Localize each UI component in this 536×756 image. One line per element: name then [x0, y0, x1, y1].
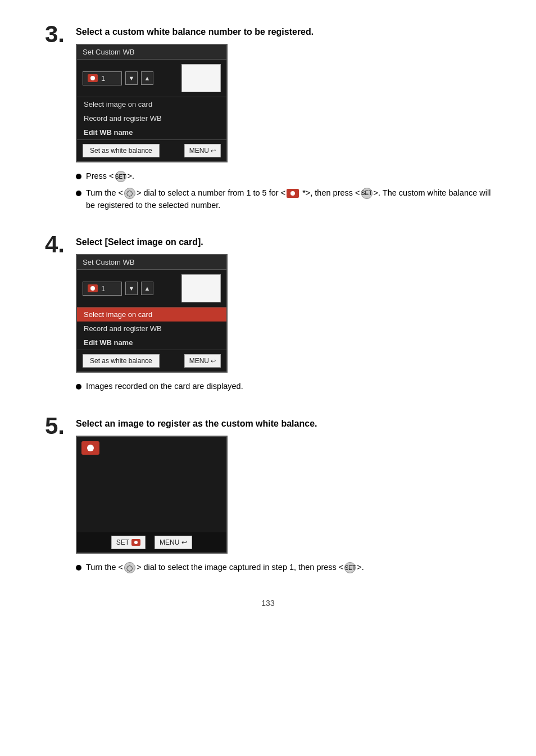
step-3-number: 3.	[45, 22, 76, 216]
step-3-bullet-0-text: Press <SET>.	[86, 170, 134, 183]
step-4-menu-button[interactable]: MENU ↩	[184, 354, 221, 368]
set-icon-2: SET	[361, 188, 373, 199]
bullet-dot	[76, 384, 81, 390]
step-4-menu-top: 1 ▼ ▲	[77, 270, 226, 307]
step-3-bullet-1-text: Turn the <◯> dial to select a number fro…	[86, 187, 491, 212]
step-3-menu-items: Select image on card Record and register…	[77, 97, 226, 139]
step-4-number: 4.	[45, 233, 76, 397]
step-5-bullets: Turn the <◯> dial to select the image ca…	[76, 562, 491, 574]
viewer-wb-icon	[131, 539, 140, 546]
step-4-bullets: Images recorded on the card are displaye…	[76, 381, 491, 393]
step-4-preview	[181, 274, 221, 302]
step-3-menu-item-1[interactable]: Record and register WB	[77, 111, 226, 125]
step-3-bullets: Press <SET>. Turn the <◯> dial to select…	[76, 170, 491, 211]
step-4: 4. Select [Select image on card]. Set Cu…	[45, 233, 491, 397]
step-3-menu-label: MENU	[189, 147, 209, 155]
bullet-dot	[76, 565, 81, 571]
viewer-menu-label: MENU	[160, 538, 179, 546]
step-5-bullet-0: Turn the <◯> dial to select the image ca…	[76, 562, 491, 574]
step-3-selector-label: 1	[101, 74, 105, 83]
step-3-arrow-up[interactable]: ▲	[141, 71, 153, 85]
bullet-dot	[76, 191, 81, 196]
wb-icon-4	[88, 284, 98, 292]
image-viewer-wb-icon	[81, 441, 99, 455]
step-3-menu-bottom: Set as white balance MENU ↩	[77, 139, 226, 161]
step-4-bullet-0-text: Images recorded on the card are displaye…	[86, 381, 243, 393]
viewer-menu-arrow: ↩	[181, 538, 187, 546]
wb-icon-3	[88, 74, 98, 82]
step-5: 5. Select an image to register as the cu…	[45, 414, 491, 578]
step-3-menu-item-0[interactable]: Select image on card	[77, 97, 226, 111]
step-4-bullet-0: Images recorded on the card are displaye…	[76, 381, 491, 393]
step-5-image-viewer: SET MENU ↩	[76, 436, 228, 554]
step-3-menu-top: 1 ▼ ▲	[77, 60, 226, 97]
step-4-menu-label: MENU	[189, 357, 209, 365]
step-3-title: Select a custom white balance number to …	[76, 27, 491, 37]
step-4-menu-item-2[interactable]: Edit WB name	[77, 336, 226, 350]
step-3-wb-selector[interactable]: 1	[83, 71, 122, 85]
step-3-menu-arrow: ↩	[211, 147, 216, 155]
step-3-menu-item-2[interactable]: Edit WB name	[77, 125, 226, 139]
step-3-bullet-1: Turn the <◯> dial to select a number fro…	[76, 187, 491, 212]
step-4-camera-menu: Set Custom WB 1 ▼ ▲ Select image on card…	[76, 254, 228, 373]
step-4-selector-label: 1	[101, 284, 105, 293]
image-viewer-bottom: SET MENU ↩	[77, 532, 226, 553]
viewer-set-label: SET	[116, 538, 129, 546]
step-4-menu-items: Select image on card Record and register…	[77, 307, 226, 350]
step-4-arrow-down[interactable]: ▼	[125, 282, 138, 295]
step-3-bullet-0: Press <SET>.	[76, 170, 491, 183]
step-4-wb-selector[interactable]: 1	[83, 282, 122, 296]
step-4-arrow-up[interactable]: ▲	[141, 282, 153, 295]
step-3-camera-menu: Set Custom WB 1 ▼ ▲ Select image on card…	[76, 44, 228, 162]
step-4-menu-bottom: Set as white balance MENU ↩	[77, 350, 226, 372]
step-3-menu-button[interactable]: MENU ↩	[184, 144, 221, 157]
step-3-content: Select a custom white balance number to …	[76, 22, 491, 216]
step-4-menu-title: Set Custom WB	[77, 255, 226, 270]
step-4-set-wb-button[interactable]: Set as white balance	[83, 354, 160, 368]
viewer-set-button[interactable]: SET	[111, 536, 146, 549]
step-5-bullet-0-text: Turn the <◯> dial to select the image ca…	[86, 562, 364, 574]
step-3-preview	[181, 64, 221, 92]
step-5-number: 5.	[45, 414, 76, 578]
step-4-menu-arrow: ↩	[211, 357, 216, 365]
dial-icon-5: ◯	[124, 562, 135, 573]
page: 3. Select a custom white balance number …	[0, 0, 536, 756]
dial-icon: ◯	[124, 188, 135, 199]
page-number: 133	[45, 599, 491, 608]
set-icon-5: SET	[344, 562, 356, 573]
viewer-menu-button[interactable]: MENU ↩	[155, 536, 192, 549]
wb-star-icon	[287, 189, 299, 198]
step-4-content: Select [Select image on card]. Set Custo…	[76, 233, 491, 397]
step-3-set-wb-button[interactable]: Set as white balance	[83, 144, 160, 157]
step-4-menu-item-1[interactable]: Record and register WB	[77, 322, 226, 336]
step-4-title: Select [Select image on card].	[76, 237, 491, 247]
bullet-dot	[76, 174, 81, 179]
step-3-menu-title: Set Custom WB	[77, 45, 226, 60]
step-5-content: Select an image to register as the custo…	[76, 414, 491, 578]
step-4-menu-item-0[interactable]: Select image on card	[77, 307, 226, 322]
step-3-arrow-down[interactable]: ▼	[125, 71, 138, 85]
step-3: 3. Select a custom white balance number …	[45, 22, 491, 216]
set-icon: SET	[115, 171, 126, 182]
step-5-title: Select an image to register as the custo…	[76, 419, 491, 429]
